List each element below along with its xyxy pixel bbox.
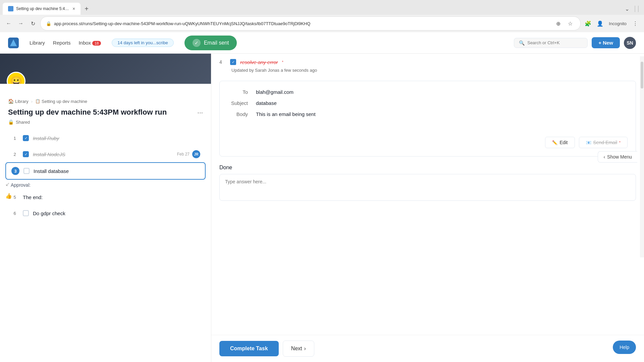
- task-label-5: The end:: [23, 194, 43, 200]
- profile-icon[interactable]: 👤: [595, 19, 605, 28]
- task-label-3: Install database: [34, 168, 69, 174]
- breadcrumb-sep: ›: [31, 99, 33, 104]
- toast-check-icon: ✓: [193, 39, 201, 47]
- edit-button[interactable]: ✏️ Edit: [545, 137, 575, 148]
- left-panel: 😀 🏠 Library › 📋 Setting up dev machine S…: [0, 54, 211, 362]
- top-navigation: Library Reports Inbox18 14 days left in …: [0, 32, 644, 54]
- chevron-left-icon: ‹: [603, 154, 605, 160]
- new-tab-button[interactable]: +: [82, 4, 91, 13]
- done-label: Done: [219, 165, 636, 171]
- breadcrumb: 🏠 Library › 📋 Setting up dev machine: [0, 93, 211, 107]
- tab-close-icon[interactable]: ×: [72, 6, 75, 11]
- header-image: 😀: [0, 54, 211, 84]
- library-nav-link[interactable]: Library: [30, 40, 45, 46]
- task-number-6: 6: [11, 209, 19, 217]
- email-body-row: Body This is an email being sent: [228, 111, 628, 131]
- email-sent-toast: ✓ Email sent: [184, 36, 237, 50]
- url-text: app.process.st/runs/Setting-up-dev-machi…: [54, 21, 310, 26]
- step4-row: 4 resolve any error *: [211, 54, 644, 66]
- forward-button[interactable]: →: [16, 19, 25, 28]
- window-close-icon[interactable]: [638, 6, 639, 12]
- email-to-row: To blah@gmail.com: [228, 89, 628, 95]
- task-label-6: Do gdpr check: [33, 210, 65, 216]
- left-side-icons: ↙ 👍: [5, 181, 12, 199]
- thumbs-up-icon[interactable]: 👍: [5, 193, 12, 199]
- done-textarea[interactable]: [219, 174, 636, 201]
- tab-title: Setting up dev machine 5:43PM: [16, 6, 70, 11]
- task-checkbox-3[interactable]: [23, 168, 30, 174]
- address-bar[interactable]: 🔒 app.process.st/runs/Setting-up-dev-mac…: [40, 16, 581, 31]
- incognito-label: Incognito: [609, 21, 627, 26]
- workflow-title-row: Setting up dev machine 5:43PM workflow r…: [0, 107, 211, 118]
- sidebar-icon-pointer: ↙: [5, 181, 12, 187]
- next-chevron-icon: ›: [304, 346, 306, 352]
- reports-nav-link[interactable]: Reports: [53, 40, 71, 46]
- tab-favicon: [8, 6, 13, 11]
- send-icon: 📧: [586, 140, 591, 145]
- logo-icon: [8, 38, 19, 48]
- task-avatar-2: JR: [192, 150, 200, 158]
- task-checkbox-1[interactable]: [23, 135, 29, 141]
- window-chevron-icon[interactable]: ⌄: [625, 6, 629, 12]
- task-row-active[interactable]: 3 Install database: [5, 162, 206, 180]
- trial-banner[interactable]: 14 days left in you...scribe: [112, 39, 173, 47]
- subject-label: Subject: [228, 100, 248, 106]
- task-row[interactable]: 1 Install Ruby: [5, 130, 206, 146]
- bottom-actions: Complete Task Next ›: [211, 335, 644, 362]
- extension-icon[interactable]: 🧩: [583, 19, 593, 28]
- task-checkbox-2[interactable]: [23, 151, 29, 157]
- task-number-active: 3: [11, 167, 19, 175]
- workflow-title: Setting up dev machine 5:43PM workflow r…: [8, 108, 167, 117]
- email-actions: ✏️ Edit 📧 Send Email *: [228, 137, 628, 148]
- breadcrumb-workflow-item[interactable]: 📋 Setting up dev machine: [35, 99, 87, 104]
- bookmark-icon[interactable]: ☆: [566, 19, 575, 28]
- task-row[interactable]: 6 Do gdpr check: [5, 205, 206, 221]
- inbox-nav-link[interactable]: Inbox18: [78, 40, 101, 46]
- complete-task-button[interactable]: Complete Task: [219, 341, 279, 356]
- task-meta-2: Feb 27 JR: [177, 150, 200, 158]
- menu-icon[interactable]: ⋮: [631, 19, 640, 28]
- show-menu-button[interactable]: ‹ Show Menu: [598, 151, 637, 163]
- more-options-button[interactable]: ···: [197, 109, 203, 116]
- right-top-bar: ‹ Show Menu: [598, 56, 644, 257]
- reload-button[interactable]: ↻: [28, 19, 38, 28]
- scrollbar-thumb: [641, 62, 643, 88]
- done-section: Done: [211, 159, 644, 207]
- back-button[interactable]: ←: [4, 19, 13, 28]
- body-value: This is an email being sent: [256, 111, 316, 131]
- step4-checkbox[interactable]: [230, 59, 236, 65]
- search-icon: 🔍: [519, 40, 525, 46]
- logo-shape: [10, 40, 17, 46]
- breadcrumb-home[interactable]: 🏠 Library: [8, 99, 29, 104]
- subject-value: database: [256, 100, 277, 106]
- cast-icon[interactable]: ⊕: [553, 19, 563, 28]
- to-label: To: [228, 89, 248, 95]
- search-input[interactable]: [527, 40, 583, 45]
- next-button[interactable]: Next ›: [283, 341, 314, 357]
- shared-row: 🔒 Shared: [0, 118, 211, 130]
- approval-section: Approval:: [5, 180, 206, 189]
- task-number: 2: [11, 150, 19, 158]
- inbox-badge: 18: [92, 41, 101, 46]
- step4-num: 4: [219, 59, 226, 65]
- nav-right: 🔍 + New SN: [514, 37, 636, 49]
- avatar[interactable]: SN: [624, 37, 636, 49]
- window-restore-icon[interactable]: [635, 6, 635, 12]
- search-bar[interactable]: 🔍: [514, 38, 588, 48]
- help-button[interactable]: Help: [613, 341, 636, 354]
- task-row[interactable]: 2 Install NodeJS Feb 27 JR: [5, 146, 206, 162]
- right-scrollbar[interactable]: [640, 56, 644, 257]
- task-label-2: Install NodeJS: [33, 152, 65, 157]
- lock-icon: 🔒: [46, 21, 51, 26]
- lock-shared-icon: 🔒: [8, 119, 14, 125]
- new-button[interactable]: + New: [592, 37, 620, 48]
- task-list: 1 Install Ruby 2 Install NodeJS Feb 27 J…: [0, 130, 211, 221]
- task-label-1: Install Ruby: [33, 135, 59, 141]
- active-tab[interactable]: Setting up dev machine 5:43PM ×: [3, 3, 80, 15]
- logo[interactable]: [8, 38, 19, 48]
- edit-icon: ✏️: [552, 140, 557, 145]
- task-checkbox-6[interactable]: [23, 210, 29, 216]
- email-card: To blah@gmail.com Subject database Body …: [219, 81, 636, 157]
- task-row[interactable]: 5 The end:: [5, 189, 206, 205]
- email-subject-row: Subject database: [228, 100, 628, 106]
